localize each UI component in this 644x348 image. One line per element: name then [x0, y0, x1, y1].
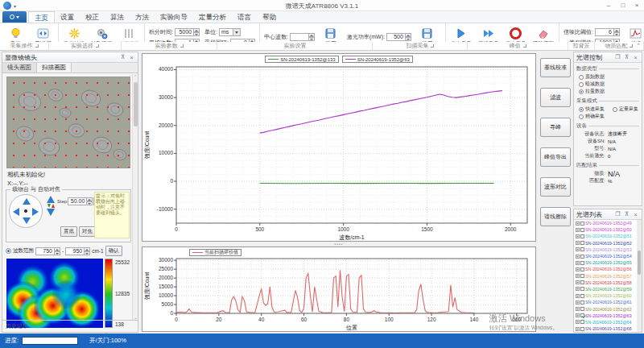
spectrum-chart[interactable]: 0500100015002000-10000010000200003000040…: [142, 53, 536, 242]
激光功率mW-spinner[interactable]: 500: [386, 33, 411, 41]
spectrum-checkbox[interactable]: [580, 228, 584, 232]
expand-icon[interactable]: +: [576, 255, 580, 259]
range-confirm-button[interactable]: 确认: [105, 246, 122, 256]
float-icon[interactable]: ❐: [614, 54, 621, 61]
spectrum-checkbox[interactable]: [580, 287, 584, 291]
menu-tab-主页[interactable]: 主页: [28, 11, 55, 23]
spectrum-list-item[interactable]: +SN-20240619-1352@50: [574, 226, 642, 233]
spectrum-list-item[interactable]: +SN-20240619-1352@53: [574, 246, 642, 253]
spectrum-list-item[interactable]: +SN-20240619-1352@62: [574, 305, 642, 312]
menu-tab-算法[interactable]: 算法: [105, 11, 130, 23]
spectrum-checkbox[interactable]: [580, 247, 584, 251]
menu-tab-定量分析[interactable]: 定量分析: [193, 11, 232, 23]
spectrum-checkbox[interactable]: [580, 222, 584, 226]
expand-icon[interactable]: +: [576, 261, 580, 265]
spectrum-checkbox[interactable]: [580, 294, 584, 298]
side-button-波形对比[interactable]: 波形对比: [540, 177, 571, 197]
float-icon[interactable]: ❐: [614, 211, 621, 218]
pin-icon[interactable]: ⊼: [119, 54, 126, 61]
z-down-button[interactable]: [47, 209, 55, 216]
spectrum-list-scrollbar[interactable]: [637, 220, 642, 332]
spectrum-checkbox[interactable]: [580, 300, 584, 304]
close-icon[interactable]: ×: [632, 54, 639, 61]
积分时间-spinner[interactable]: 5000: [175, 28, 200, 36]
radio-拉曼数据[interactable]: 拉曼数据: [574, 88, 642, 95]
expand-icon[interactable]: +: [576, 241, 580, 245]
menu-tab-实验向导[interactable]: 实验向导: [155, 11, 193, 23]
中心波数-spinner[interactable]: [290, 33, 315, 41]
spectrum-list-item[interactable]: +SN-20240619-1352@65: [574, 325, 642, 332]
menu-tab-帮助[interactable]: 帮助: [257, 11, 282, 23]
expand-icon[interactable]: +: [576, 267, 580, 271]
radio-精确采集[interactable]: 精确采集: [574, 113, 608, 120]
app-menu-button[interactable]: [2, 11, 27, 23]
spectrum-checkbox[interactable]: [580, 307, 584, 311]
expand-icon[interactable]: +: [576, 274, 580, 278]
menu-tab-方法[interactable]: 方法: [130, 11, 155, 23]
expand-icon[interactable]: +: [576, 280, 580, 284]
position-intensity-chart[interactable]: 0204060801001201401600500010000150002000…: [142, 246, 536, 332]
spectrum-list-item[interactable]: +SN-20240619-1352@60: [574, 292, 642, 299]
dialog-launcher-icon[interactable]: [630, 44, 633, 48]
maximize-button[interactable]: □: [617, 1, 630, 10]
range-to-spinner[interactable]: 950: [65, 247, 90, 255]
dialog-launcher-icon[interactable]: [96, 44, 99, 48]
expand-icon[interactable]: +: [576, 234, 580, 238]
close-button[interactable]: ×: [630, 1, 643, 10]
expand-icon[interactable]: +: [576, 228, 580, 232]
spectrum-list-item[interactable]: +SN-20240619-1352@64: [574, 319, 642, 325]
side-button-峰值导出[interactable]: 峰值导出: [540, 147, 571, 167]
信噪比阈值-spinner[interactable]: 6: [595, 28, 620, 36]
side-button-滤波[interactable]: 滤波: [540, 88, 571, 107]
range-from-spinner[interactable]: 750: [35, 247, 60, 255]
left-panel-scrollbar[interactable]: ⌃⌄: [132, 74, 138, 320]
dialog-launcher-icon[interactable]: [35, 44, 39, 48]
expand-icon[interactable]: +: [576, 307, 580, 311]
expand-icon[interactable]: +: [576, 222, 580, 226]
spectrum-checkbox[interactable]: [580, 261, 584, 265]
spectrum-checkbox[interactable]: [580, 255, 584, 259]
expand-icon[interactable]: +: [576, 313, 580, 317]
radio-定量采集[interactable]: 定量采集: [608, 106, 642, 113]
range-radio[interactable]: [6, 248, 11, 254]
expand-icon[interactable]: +: [576, 294, 580, 298]
stage-bottom-button[interactable]: 置底: [60, 226, 77, 237]
spectrum-list-item[interactable]: +SN-20240619-1352@59: [574, 286, 642, 292]
radio-原始数据[interactable]: 原始数据: [574, 73, 642, 81]
pin-icon[interactable]: ⊼: [623, 54, 630, 61]
side-button-基线校准[interactable]: 基线校准: [540, 58, 571, 77]
close-icon[interactable]: ×: [128, 54, 135, 61]
spectrum-list-item[interactable]: +SN-20240619-1352@52: [574, 240, 642, 246]
minimize-button[interactable]: –: [602, 1, 615, 10]
ribbon-collapse-icon[interactable]: ⌃: [636, 43, 641, 49]
spectrum-checkbox[interactable]: [580, 274, 584, 278]
spectrum-checkbox[interactable]: [580, 327, 584, 331]
expand-icon[interactable]: +: [576, 287, 580, 291]
spectrum-checkbox[interactable]: [580, 234, 584, 238]
spectrum-checkbox[interactable]: [580, 280, 584, 284]
history-section[interactable]: 历史记录: [2, 320, 138, 332]
spectrum-list-item[interactable]: +SN-20240619-1352@51: [574, 233, 642, 239]
spectrum-list-item[interactable]: +SN-20240619-1352@55: [574, 259, 642, 266]
spectrum-checkbox[interactable]: [580, 313, 584, 317]
stage-up-button[interactable]: [23, 198, 31, 205]
focus-button[interactable]: 对焦: [79, 226, 96, 237]
dialog-launcher-icon[interactable]: [523, 44, 526, 48]
pin-icon[interactable]: ⊼: [623, 211, 630, 218]
spectrum-checkbox[interactable]: [580, 320, 584, 324]
spectrum-list-item[interactable]: +SN-20240619-1352@57: [574, 273, 642, 280]
radio-快速采集[interactable]: 快速采集: [574, 106, 608, 113]
z-up-button[interactable]: [47, 196, 55, 203]
dialog-launcher-icon[interactable]: [180, 44, 184, 48]
expand-icon[interactable]: +: [576, 247, 580, 251]
camera-tab-扫描画面[interactable]: 扫描画面: [37, 63, 72, 72]
spectrum-list-item[interactable]: +SN-20240619-1352@63: [574, 313, 642, 319]
spectrum-list-item[interactable]: +SN-20240619-1352@61: [574, 299, 642, 305]
menu-tab-语言[interactable]: 语言: [232, 11, 257, 23]
expand-icon[interactable]: +: [576, 300, 580, 304]
stage-left-button[interactable]: [13, 208, 19, 216]
side-button-寻峰[interactable]: 寻峰: [540, 118, 571, 137]
spectrum-list-item[interactable]: +SN-20240619-1352@56: [574, 266, 642, 272]
单位-select[interactable]: ms: [219, 28, 241, 36]
stage-down-button[interactable]: [23, 218, 31, 224]
